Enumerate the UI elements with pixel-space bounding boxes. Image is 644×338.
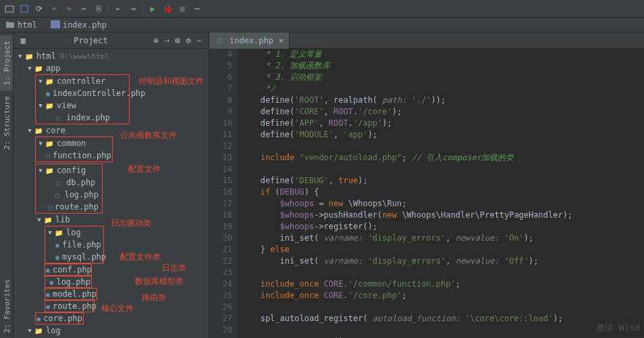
svg-rect-2 [51,20,60,28]
tab-label: index.php [230,36,273,45]
annotation: 路由类 [142,292,166,304]
left-tool-tabs: 1: Project 2: Structure 2: Favorites [0,32,14,338]
annotation: 公共函数库文件 [120,130,177,141]
annotation: 日志驱动类 [111,218,151,229]
annotation: 核心文件 [101,303,134,314]
tree-root[interactable]: ▼📁htmlD:\www\html [14,50,209,62]
annotation: 配置文件类 [120,251,161,263]
php-file-icon [51,20,60,30]
stop-icon[interactable]: ■ [177,3,188,14]
folder-icon [5,20,15,30]
back-icon[interactable]: ← [113,3,124,14]
tree-file[interactable]: ◉mysql.php [46,251,103,263]
line-gutter: 4567891011121314151617181920212223242526… [209,49,238,338]
code-content[interactable]: * 1. 定义常量 * 2. 加载函数库 * 3. 启动框架 */ define… [238,49,644,338]
tree-file[interactable]: ▢db.php [36,176,101,189]
tree-file[interactable]: ◉indexController.php [36,87,128,99]
svg-rect-0 [5,6,14,12]
breadcrumb-root[interactable]: html [18,20,37,30]
tree-file[interactable]: ◉log.php [45,276,92,288]
refresh-icon[interactable]: ⟳ [34,3,45,14]
tab-favorites[interactable]: 2: Favorites [0,274,13,338]
panel-title: Project [31,36,151,45]
panel-header: ▦ Project ⊕ ⇢ ⊞ ⚙ − [14,32,209,49]
breadcrumb-file[interactable]: index.php [63,20,107,30]
project-tree: ▼📁htmlD:\www\html ▼📁app ▼📁controller ◉in… [14,49,209,338]
more-icon[interactable]: ⋯ [192,3,203,14]
save-icon[interactable] [19,3,30,14]
tree-file[interactable]: ▢route.php [36,201,101,213]
tab-project[interactable]: 1: Project [0,35,13,91]
tree-file[interactable]: ▢function.php [36,149,111,162]
cut-icon[interactable]: ✂ [78,3,89,14]
tree-file[interactable]: ◉core.php [35,312,84,324]
separator [108,3,109,14]
php-file-icon: ▢ [215,36,224,45]
open-icon[interactable] [4,3,15,14]
copy-icon[interactable]: ⎘ [93,3,104,14]
project-icon: ▦ [18,36,28,45]
debug-icon[interactable]: 🐞 [162,3,173,14]
annotation: 配置文件 [128,164,161,175]
separator [142,3,143,14]
undo-icon[interactable]: ↶ [49,3,59,14]
redo-icon[interactable]: ↷ [63,3,74,14]
tree-folder-log[interactable]: ▼📁log [14,324,209,337]
tree-file[interactable]: ◉conf.php [45,264,92,276]
annotation: 日志类 [162,262,186,274]
expand-icon[interactable]: ⊞ [172,36,183,45]
tree-folder-app[interactable]: ▼📁app [14,62,209,74]
svg-rect-1 [21,5,28,12]
chevron-right-icon: 〉 [40,19,48,30]
editor-tab-index[interactable]: ▢ index.php × [209,32,290,49]
editor-tabs: ▢ index.php × [209,32,644,49]
gear-icon[interactable]: ⚙ [183,36,194,45]
tree-folder-core[interactable]: ▼📁core [14,124,209,137]
code-editor[interactable]: 4567891011121314151617181920212223242526… [209,49,644,338]
tab-structure[interactable]: 2: Structure [0,91,13,155]
hide-icon[interactable]: − [194,36,205,45]
tree-folder-config[interactable]: ▼📁config [36,164,101,176]
tree-file[interactable]: ▢log.php [36,189,101,201]
tree-file[interactable]: ▢index.php [36,112,128,124]
forward-icon[interactable]: → [128,3,138,14]
run-icon[interactable]: ▶ [147,3,158,14]
tree-folder-common[interactable]: ▼📁common [36,137,111,149]
collapse-icon[interactable]: ⊕ [151,36,161,45]
annotation: 数据库模型类 [135,276,184,287]
annotation: 控制器和视图文件 [139,76,204,87]
close-icon[interactable]: × [279,36,284,45]
breadcrumb: html 〉 index.php [0,18,644,32]
tree-folder-controller[interactable]: ▼📁controller [36,75,128,87]
tree-file[interactable]: ◉file.php [46,239,103,251]
tree-file[interactable]: ◉route.php [45,300,95,312]
editor-area: ▢ index.php × 45678910111213141516171819… [209,32,644,338]
tree-file[interactable]: ◉model.php [45,288,97,300]
main-toolbar: ⟳ ↶ ↷ ✂ ⎘ ← → ▶ 🐞 ■ ⋯ [0,0,644,18]
project-panel: ▦ Project ⊕ ⇢ ⊞ ⚙ − ▼📁htmlD:\www\html ▼📁… [14,32,209,338]
watermark: 激活 Wind [596,322,640,334]
select-opened-icon[interactable]: ⇢ [161,36,172,45]
tree-folder-log[interactable]: ▼📁log [46,226,103,239]
tree-folder-view[interactable]: ▼📁view [36,99,128,112]
